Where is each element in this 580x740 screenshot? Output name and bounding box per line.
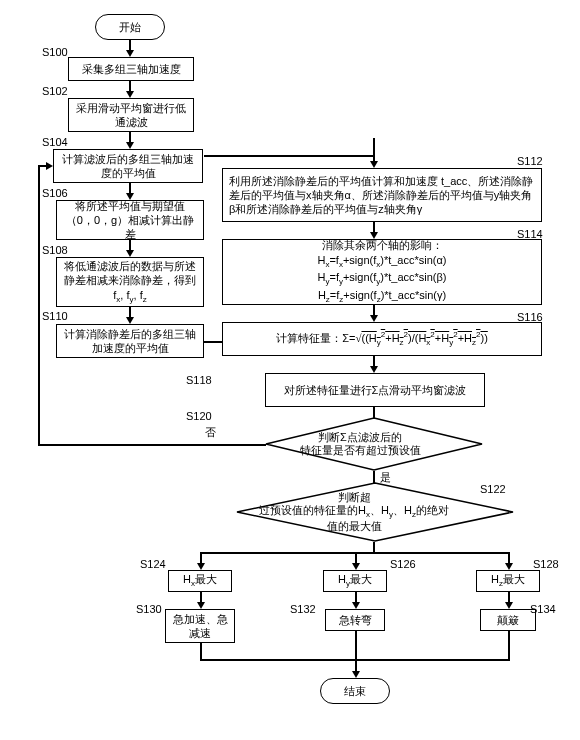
label-s104: S104 bbox=[42, 136, 68, 148]
s116-text: 计算特征量：Σ=√((Hy2+Hz2)/(Hx2+Hy2+Hz2)) bbox=[276, 330, 488, 348]
process-s126: Hy最大 bbox=[323, 570, 387, 592]
decision-s120: 判断Σ点滤波后的特征量是否有超过预设值 bbox=[306, 417, 441, 471]
process-s100: 采集多组三轴加速度 bbox=[68, 57, 194, 81]
terminator-end: 结束 bbox=[320, 678, 390, 704]
decision-s122: 判断超过预设值的特征量的Hx、Hy、Hz的绝对值的最大值 bbox=[270, 482, 480, 542]
end-text: 结束 bbox=[344, 684, 366, 698]
s118-text: 对所述特征量进行Σ点滑动平均窗滤波 bbox=[284, 383, 467, 397]
process-s114: 消除其余两个轴的影响： Hx=fx+sign(fx)*t_acc*sin(α) … bbox=[222, 239, 542, 305]
label-s100: S100 bbox=[42, 46, 68, 58]
s114-line3: Hz=fz+sign(fz)*t_acc*sin(γ) bbox=[318, 288, 446, 306]
s110-text: 计算消除静差后的多组三轴加速度的平均值 bbox=[62, 327, 198, 356]
label-s112: S112 bbox=[517, 155, 543, 167]
s104-text: 计算滤波后的多组三轴加速度的平均值 bbox=[59, 152, 197, 181]
label-s102: S102 bbox=[42, 85, 68, 97]
s114-line1: Hx=fx+sign(fx)*t_acc*sin(α) bbox=[317, 253, 446, 271]
process-s112: 利用所述消除静差后的平均值计算和加速度 t_acc、所述消除静差后的平均值与x轴… bbox=[222, 168, 542, 222]
label-s118: S118 bbox=[186, 374, 212, 386]
process-s118: 对所述特征量进行Σ点滑动平均窗滤波 bbox=[265, 373, 485, 407]
process-s110: 计算消除静差后的多组三轴加速度的平均值 bbox=[56, 324, 204, 358]
process-s128: Hz最大 bbox=[476, 570, 540, 592]
label-s108: S108 bbox=[42, 244, 68, 256]
s126-text: Hy最大 bbox=[338, 572, 372, 590]
process-s116: 计算特征量：Σ=√((Hy2+Hz2)/(Hx2+Hy2+Hz2)) bbox=[222, 322, 542, 356]
process-s130: 急加速、急减速 bbox=[165, 609, 235, 643]
label-s114: S114 bbox=[517, 228, 543, 240]
s134-text: 颠簸 bbox=[497, 613, 519, 627]
process-s102: 采用滑动平均窗进行低通滤波 bbox=[68, 98, 194, 132]
label-s128: S128 bbox=[533, 558, 559, 570]
s112-text: 利用所述消除静差后的平均值计算和加速度 t_acc、所述消除静差后的平均值与x轴… bbox=[229, 174, 535, 217]
s122-text: 判断超过预设值的特征量的Hx、Hy、Hz的绝对值的最大值 bbox=[254, 491, 454, 533]
s128-text: Hz最大 bbox=[491, 572, 525, 590]
label-s132: S132 bbox=[290, 603, 316, 615]
process-s106: 将所述平均值与期望值（0，0，g）相减计算出静差 bbox=[56, 200, 204, 240]
s124-text: Hx最大 bbox=[183, 572, 217, 590]
s120-no: 否 bbox=[205, 425, 216, 440]
s114-line2: Hy=fy+sign(fy)*t_acc*sin(β) bbox=[318, 270, 447, 288]
s102-text: 采用滑动平均窗进行低通滤波 bbox=[74, 101, 188, 130]
terminator-start: 开始 bbox=[95, 14, 165, 40]
s130-text: 急加速、急减速 bbox=[171, 612, 229, 641]
s120-text: 判断Σ点滤波后的特征量是否有超过预设值 bbox=[280, 431, 440, 457]
s108-text: 将低通滤波后的数据与所述静差相减来消除静差，得到fx, fy, fz bbox=[62, 259, 198, 305]
s114-title: 消除其余两个轴的影响： bbox=[322, 238, 443, 252]
s106-text: 将所述平均值与期望值（0，0，g）相减计算出静差 bbox=[62, 199, 198, 242]
label-s126: S126 bbox=[390, 558, 416, 570]
s132-text: 急转弯 bbox=[339, 613, 372, 627]
s100-text: 采集多组三轴加速度 bbox=[82, 62, 181, 76]
label-s130: S130 bbox=[136, 603, 162, 615]
process-s108: 将低通滤波后的数据与所述静差相减来消除静差，得到fx, fy, fz bbox=[56, 257, 204, 307]
process-s132: 急转弯 bbox=[325, 609, 385, 631]
label-s122: S122 bbox=[480, 483, 506, 495]
process-s124: Hx最大 bbox=[168, 570, 232, 592]
label-s110: S110 bbox=[42, 310, 68, 322]
start-text: 开始 bbox=[119, 20, 141, 34]
process-s104: 计算滤波后的多组三轴加速度的平均值 bbox=[53, 149, 203, 183]
label-s124: S124 bbox=[140, 558, 166, 570]
process-s134: 颠簸 bbox=[480, 609, 536, 631]
label-s134: S134 bbox=[530, 603, 556, 615]
label-s106: S106 bbox=[42, 187, 68, 199]
label-s120: S120 bbox=[186, 410, 212, 422]
label-s116: S116 bbox=[517, 311, 543, 323]
